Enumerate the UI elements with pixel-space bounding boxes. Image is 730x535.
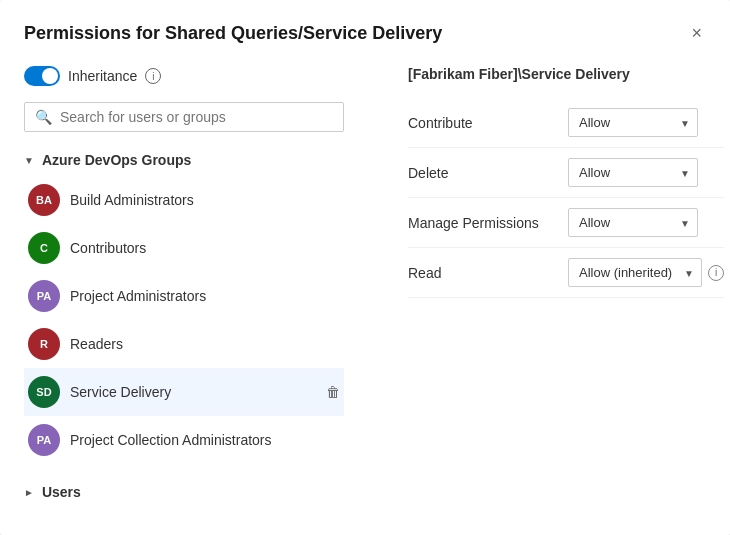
group-item-label: Project Collection Administrators <box>70 432 340 448</box>
contribute-select[interactable]: Allow Deny Not Set <box>568 108 698 137</box>
permission-row: Read Allow (inherited) Allow Deny Not Se… <box>408 248 724 298</box>
dialog-title: Permissions for Shared Queries/Service D… <box>24 23 442 44</box>
list-item[interactable]: PA Project Administrators <box>24 272 344 320</box>
avatar: PA <box>28 424 60 456</box>
chevron-right-icon: ► <box>24 487 34 498</box>
azure-devops-groups-header[interactable]: ▼ Azure DevOps Groups <box>24 144 344 176</box>
dialog-header: Permissions for Shared Queries/Service D… <box>0 0 730 62</box>
group-items-list: BA Build Administrators C Contributors P… <box>24 176 344 464</box>
avatar: PA <box>28 280 60 312</box>
avatar: R <box>28 328 60 360</box>
inheritance-label: Inheritance <box>68 68 137 84</box>
list-item[interactable]: R Readers <box>24 320 344 368</box>
manage-permissions-select[interactable]: Allow Deny Not Set <box>568 208 698 237</box>
avatar: SD <box>28 376 60 408</box>
delete-icon[interactable]: 🗑 <box>326 384 340 400</box>
permission-name: Manage Permissions <box>408 215 568 231</box>
read-select[interactable]: Allow (inherited) Allow Deny Not Set <box>568 258 702 287</box>
group-item-label: Build Administrators <box>70 192 340 208</box>
list-item[interactable]: BA Build Administrators <box>24 176 344 224</box>
left-panel: Inheritance i 🔍 ▼ Azure DevOps Groups BA… <box>24 62 344 511</box>
inheritance-info-icon[interactable]: i <box>145 68 161 84</box>
azure-devops-groups-label: Azure DevOps Groups <box>42 152 191 168</box>
permission-row: Delete Allow Deny Not Set ▼ <box>408 148 724 198</box>
close-button[interactable]: × <box>687 20 706 46</box>
azure-devops-groups-section: ▼ Azure DevOps Groups BA Build Administr… <box>24 144 344 464</box>
read-info-button[interactable]: i <box>708 264 724 281</box>
permission-dropdown-read: Allow (inherited) Allow Deny Not Set ▼ <box>568 258 702 287</box>
avatar: C <box>28 232 60 264</box>
delete-select[interactable]: Allow Deny Not Set <box>568 158 698 187</box>
permission-name: Contribute <box>408 115 568 131</box>
permission-row: Manage Permissions Allow Deny Not Set ▼ <box>408 198 724 248</box>
toggle-track <box>24 66 60 86</box>
avatar: BA <box>28 184 60 216</box>
list-item[interactable]: C Contributors <box>24 224 344 272</box>
permission-row: Contribute Allow Deny Not Set ▼ <box>408 98 724 148</box>
permissions-dialog: Permissions for Shared Queries/Service D… <box>0 0 730 535</box>
toggle-thumb <box>42 68 58 84</box>
info-icon: i <box>708 265 724 281</box>
inheritance-toggle[interactable] <box>24 66 60 86</box>
list-item[interactable]: SD Service Delivery 🗑 <box>24 368 344 416</box>
list-item[interactable]: PA Project Collection Administrators <box>24 416 344 464</box>
permissions-table: Contribute Allow Deny Not Set ▼ Delete <box>408 98 724 298</box>
users-section-header[interactable]: ► Users <box>24 476 344 508</box>
group-item-label: Readers <box>70 336 340 352</box>
dialog-body: Inheritance i 🔍 ▼ Azure DevOps Groups BA… <box>0 62 730 535</box>
group-item-label: Project Administrators <box>70 288 340 304</box>
search-icon: 🔍 <box>35 109 52 125</box>
chevron-down-icon: ▼ <box>24 155 34 166</box>
permission-dropdown-contribute: Allow Deny Not Set ▼ <box>568 108 698 137</box>
permission-name: Read <box>408 265 568 281</box>
search-box: 🔍 <box>24 102 344 132</box>
inheritance-row: Inheritance i <box>24 62 344 90</box>
permission-dropdown-delete: Allow Deny Not Set ▼ <box>568 158 698 187</box>
permission-name: Delete <box>408 165 568 181</box>
group-item-label: Service Delivery <box>70 384 316 400</box>
users-section-label: Users <box>42 484 81 500</box>
search-input[interactable] <box>60 109 333 125</box>
permission-dropdown-manage: Allow Deny Not Set ▼ <box>568 208 698 237</box>
group-item-label: Contributors <box>70 240 340 256</box>
entity-title: [Fabrikam Fiber]\Service Delivery <box>408 62 724 82</box>
right-panel: [Fabrikam Fiber]\Service Delivery Contri… <box>408 62 724 511</box>
